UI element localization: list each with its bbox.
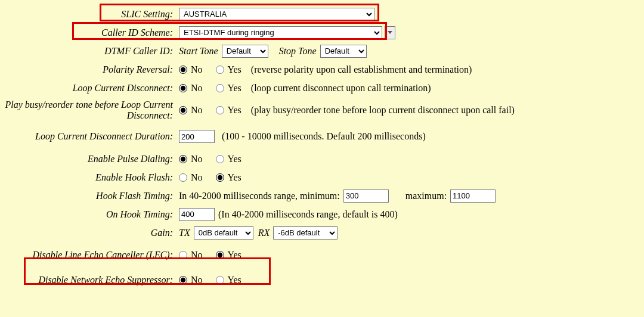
gain-tx-select[interactable]: 0dB default — [194, 226, 253, 240]
polarity-no-label: No — [191, 64, 203, 75]
disable-lec-label: Disable Line Echo Canceller (LEC): — [0, 250, 173, 260]
on-hook-input[interactable] — [179, 208, 215, 221]
lec-yes-radio[interactable] — [216, 251, 224, 259]
nes-yes-radio[interactable] — [216, 276, 224, 284]
lcd-no-label: No — [191, 83, 203, 94]
disable-nes-label: Disable Network Echo Suppressor: — [0, 275, 173, 285]
playbusy-yes-label: Yes — [228, 105, 242, 116]
pulse-no-label: No — [191, 154, 203, 164]
stop-tone-label: Stop Tone — [279, 46, 317, 57]
caller-id-scheme-select[interactable]: ETSI-DTMF during ringing — [179, 26, 382, 39]
lec-yes-label: Yes — [228, 250, 242, 260]
nes-no-radio[interactable] — [179, 276, 187, 284]
loop-duration-label: Loop Current Disconnect Duration: — [0, 131, 173, 142]
lec-no-radio[interactable] — [179, 251, 187, 259]
hook-flash-max-label: maximum: — [405, 191, 447, 201]
on-hook-hint: (In 40-2000 milliseconds range, default … — [218, 209, 398, 220]
lcd-yes-radio[interactable] — [216, 84, 224, 92]
enable-pulse-dialing-label: Enable Pulse Dialing: — [0, 154, 173, 164]
lcd-yes-label: Yes — [228, 83, 242, 94]
on-hook-timing-label: On Hook Timing: — [0, 209, 173, 220]
gain-rx-select[interactable]: -6dB default — [273, 226, 338, 240]
polarity-reversal-label: Polarity Reversal: — [0, 64, 173, 75]
hookflash-no-radio[interactable] — [179, 173, 187, 182]
polarity-yes-radio[interactable] — [216, 66, 224, 74]
gain-rx-label: RX — [258, 228, 270, 238]
hookflash-yes-label: Yes — [228, 172, 242, 183]
start-tone-label: Start Tone — [179, 46, 218, 57]
stop-tone-select[interactable]: Default — [320, 45, 367, 58]
loop-current-disconnect-label: Loop Current Disconnect: — [0, 83, 173, 94]
hook-flash-max-input[interactable] — [450, 189, 496, 203]
nes-yes-label: Yes — [228, 275, 242, 285]
polarity-no-radio[interactable] — [179, 66, 187, 74]
playbusy-yes-radio[interactable] — [216, 106, 224, 114]
enable-hook-flash-label: Enable Hook Flash: — [0, 172, 173, 183]
gain-label: Gain: — [0, 228, 173, 238]
hook-flash-timing-label: Hook Flash Timing: — [0, 191, 173, 201]
playbusy-no-label: No — [191, 105, 203, 116]
lec-no-label: No — [191, 250, 203, 260]
pulse-yes-label: Yes — [228, 154, 242, 164]
playbusy-hint: (play busy/reorder tone before loop curr… — [251, 105, 515, 116]
caller-id-scheme-dropdown-button[interactable] — [385, 26, 395, 39]
gain-tx-label: TX — [179, 228, 190, 238]
hook-flash-min-input[interactable] — [343, 189, 389, 203]
loop-duration-input[interactable] — [179, 130, 215, 143]
nes-no-label: No — [191, 275, 203, 285]
polarity-hint: (reverse polarity upon call establishmen… — [251, 64, 472, 75]
pulse-no-radio[interactable] — [179, 155, 187, 163]
loop-duration-hint: (100 - 10000 milliseconds. Default 200 m… — [222, 131, 426, 142]
hookflash-no-label: No — [191, 172, 203, 183]
lcd-hint: (loop current disconnect upon call termi… — [251, 83, 431, 94]
chevron-down-icon — [388, 31, 392, 35]
play-busy-label: Play busy/reorder tone before Loop Curre… — [0, 100, 173, 120]
hookflash-yes-radio[interactable] — [216, 173, 224, 182]
dtmf-caller-id-label: DTMF Caller ID: — [0, 46, 173, 57]
playbusy-no-radio[interactable] — [179, 106, 187, 114]
polarity-yes-label: Yes — [228, 64, 242, 75]
lcd-no-radio[interactable] — [179, 84, 187, 92]
caller-id-scheme-label: Caller ID Scheme: — [0, 27, 173, 38]
slic-setting-label: SLIC Setting: — [0, 9, 173, 20]
slic-setting-select[interactable]: AUSTRALIA — [179, 8, 374, 21]
start-tone-select[interactable]: Default — [222, 45, 268, 58]
pulse-yes-radio[interactable] — [216, 155, 224, 163]
hook-flash-prefix: In 40-2000 milliseconds range, minimum: — [179, 191, 340, 201]
